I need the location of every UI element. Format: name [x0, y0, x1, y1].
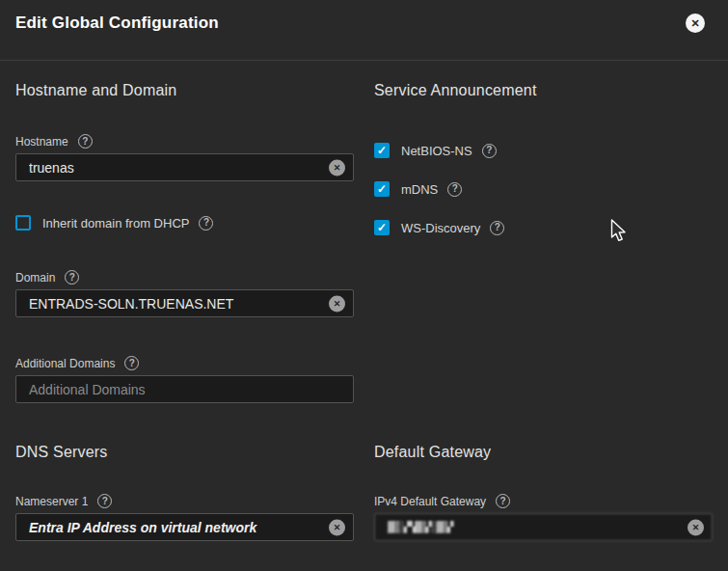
section-title-service-announcement: Service Announcement: [374, 82, 713, 99]
dialog-body: Hostname and Domain Hostname ? ✕ ✓ Inher…: [0, 61, 728, 541]
mdns-help-icon[interactable]: ?: [447, 182, 462, 197]
mdns-checkbox[interactable]: ✓: [374, 181, 390, 197]
hostname-label-row: Hostname ?: [15, 134, 354, 149]
close-button[interactable]: ✕: [686, 14, 705, 33]
netbios-ns-help-icon[interactable]: ?: [482, 144, 497, 158]
additional-domains-input-wrap: [15, 375, 354, 403]
netbios-ns-checkbox[interactable]: ✓: [374, 143, 390, 158]
clear-input-icon: ✕: [334, 523, 341, 531]
nameserver1-label: Nameserver 1: [15, 495, 88, 508]
domain-input-wrap: ✕: [15, 289, 354, 317]
netbios-ns-label: NetBIOS-NS: [401, 144, 472, 158]
additional-domains-label: Additional Domains: [15, 357, 115, 370]
section-title-dns-servers: DNS Servers: [15, 444, 354, 461]
ipv4-default-gateway-clear-button[interactable]: ✕: [688, 519, 704, 535]
hostname-input[interactable]: [15, 153, 354, 181]
edit-global-configuration-dialog: Edit Global Configuration ✕ Hostname and…: [0, 0, 728, 571]
mdns-label: mDNS: [401, 182, 438, 197]
hostname-input-wrap: ✕: [15, 153, 354, 181]
domain-label-row: Domain ?: [15, 270, 354, 285]
section-dns-servers: DNS Servers Nameserver 1 ? ✕: [15, 403, 354, 541]
section-title-hostname-and-domain: Hostname and Domain: [15, 82, 354, 99]
mdns-row: ✓ mDNS ?: [374, 180, 713, 198]
additional-domains-help-icon[interactable]: ?: [124, 356, 139, 370]
ws-discovery-help-icon[interactable]: ?: [490, 221, 504, 235]
nameserver1-input[interactable]: [15, 513, 354, 541]
clear-input-icon: ✕: [692, 523, 700, 531]
nameserver1-help-icon[interactable]: ?: [97, 494, 112, 508]
domain-clear-button[interactable]: ✕: [329, 295, 345, 312]
domain-label: Domain: [15, 271, 55, 285]
nameserver1-label-row: Nameserver 1 ?: [15, 494, 354, 508]
ws-discovery-row: ✓ WS-Discovery ?: [374, 219, 713, 236]
inherit-domain-from-dhcp-label: Inherit domain from DHCP: [42, 216, 189, 231]
hostname-help-icon[interactable]: ?: [78, 134, 93, 149]
section-hostname-and-domain: Hostname and Domain Hostname ? ✕ ✓ Inher…: [15, 61, 354, 403]
hostname-clear-button[interactable]: ✕: [329, 159, 345, 176]
additional-domains-label-row: Additional Domains ?: [15, 356, 354, 370]
domain-input[interactable]: [15, 289, 354, 317]
additional-domains-input[interactable]: [15, 375, 354, 403]
checkmark-icon: ✓: [377, 222, 387, 233]
section-title-default-gateway: Default Gateway: [374, 444, 713, 461]
dialog-header: Edit Global Configuration ✕: [0, 0, 728, 46]
inherit-domain-help-icon[interactable]: ?: [199, 216, 213, 231]
nameserver1-clear-button[interactable]: ✕: [329, 519, 345, 535]
hostname-label: Hostname: [15, 135, 68, 149]
ipv4-default-gateway-label-row: IPv4 Default Gateway ?: [374, 494, 713, 508]
ipv4-default-gateway-label: IPv4 Default Gateway: [374, 495, 486, 508]
dialog-title: Edit Global Configuration: [15, 14, 686, 33]
inherit-domain-from-dhcp-row: ✓ Inherit domain from DHCP ?: [15, 214, 354, 231]
ipv4-default-gateway-input[interactable]: [374, 513, 713, 541]
clear-input-icon: ✕: [334, 299, 341, 308]
ws-discovery-checkbox[interactable]: ✓: [374, 220, 390, 235]
clear-input-icon: ✕: [334, 163, 341, 172]
ipv4-default-gateway-input-wrap: ✕: [374, 513, 713, 541]
nameserver1-input-wrap: ✕: [15, 513, 354, 541]
close-icon: ✕: [690, 18, 699, 29]
domain-help-icon[interactable]: ?: [65, 270, 79, 285]
checkmark-icon: ✓: [377, 145, 387, 156]
inherit-domain-from-dhcp-checkbox[interactable]: ✓: [15, 215, 31, 231]
netbios-ns-row: ✓ NetBIOS-NS ?: [374, 142, 713, 159]
checkmark-icon: ✓: [377, 183, 387, 195]
section-default-gateway: Default Gateway IPv4 Default Gateway ? ✕: [374, 403, 713, 541]
ws-discovery-label: WS-Discovery: [401, 221, 480, 235]
ipv4-default-gateway-help-icon[interactable]: ?: [496, 494, 510, 508]
section-service-announcement: Service Announcement ✓ NetBIOS-NS ? ✓ mD…: [374, 61, 713, 403]
